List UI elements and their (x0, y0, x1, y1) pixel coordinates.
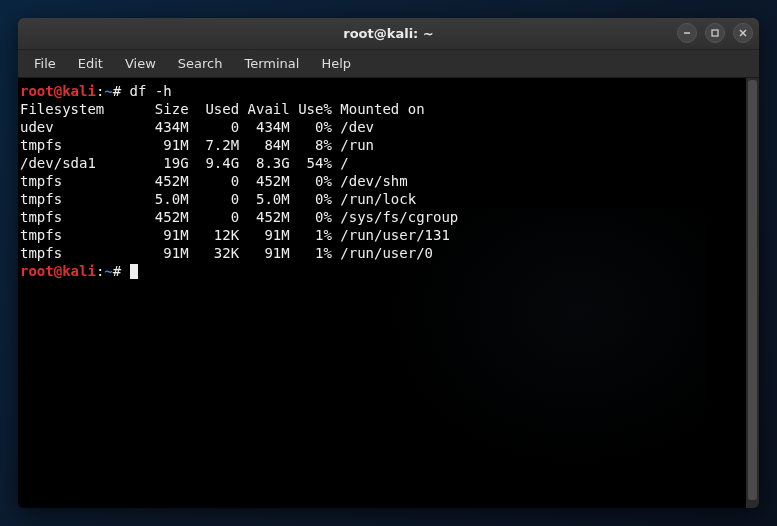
terminal[interactable]: root@kali:~# df -h Filesystem Size Used … (18, 78, 746, 508)
minimize-button[interactable] (677, 23, 697, 43)
scrollbar[interactable] (746, 78, 759, 508)
svg-rect-1 (712, 30, 718, 36)
window-controls (677, 23, 753, 43)
terminal-area: root@kali:~# df -h Filesystem Size Used … (18, 78, 759, 508)
menubar: File Edit View Search Terminal Help (18, 50, 759, 78)
window-title: root@kali: ~ (343, 26, 433, 41)
maximize-button[interactable] (705, 23, 725, 43)
titlebar: root@kali: ~ (18, 18, 759, 50)
menu-help[interactable]: Help (311, 53, 361, 74)
close-button[interactable] (733, 23, 753, 43)
menu-search[interactable]: Search (168, 53, 233, 74)
close-icon (738, 28, 748, 38)
terminal-window: root@kali: ~ File Edit View Search Termi… (18, 18, 759, 508)
cursor (130, 264, 138, 279)
maximize-icon (710, 28, 720, 38)
scrollbar-thumb[interactable] (748, 80, 757, 500)
menu-file[interactable]: File (24, 53, 66, 74)
minimize-icon (682, 28, 692, 38)
menu-terminal[interactable]: Terminal (234, 53, 309, 74)
menu-edit[interactable]: Edit (68, 53, 113, 74)
menu-view[interactable]: View (115, 53, 166, 74)
